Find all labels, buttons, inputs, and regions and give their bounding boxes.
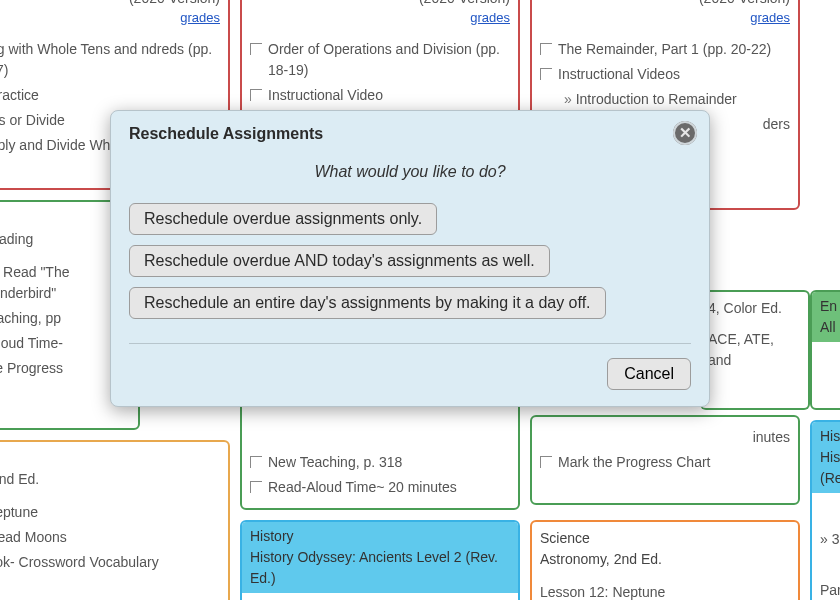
modal-overlay: Reschedule Assignments ✕ What would you … (0, 0, 840, 600)
modal-title: Reschedule Assignments (129, 125, 691, 143)
close-icon[interactable]: ✕ (673, 121, 697, 145)
divider (129, 343, 691, 344)
reschedule-overdue-and-today-button[interactable]: Reschedule overdue AND today's assignmen… (129, 245, 550, 277)
reschedule-overdue-only-button[interactable]: Reschedule overdue assignments only. (129, 203, 437, 235)
reschedule-modal: Reschedule Assignments ✕ What would you … (110, 110, 710, 407)
modal-prompt: What would you like to do? (129, 163, 691, 181)
reschedule-entire-day-button[interactable]: Reschedule an entire day's assignments b… (129, 287, 606, 319)
cancel-button[interactable]: Cancel (607, 358, 691, 390)
